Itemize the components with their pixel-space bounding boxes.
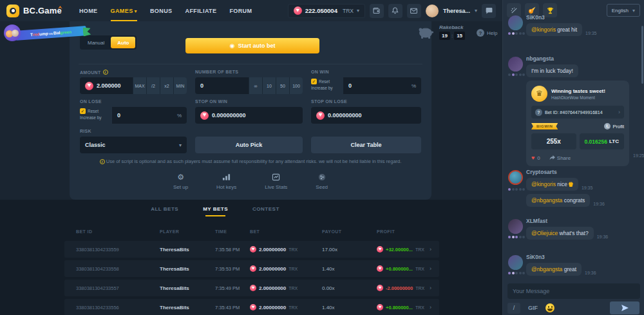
on-lose-reset-checkbox[interactable]: ✓ <box>80 108 86 114</box>
chat-bubble: I'm in luck Today! <box>526 64 578 77</box>
amount-half-button[interactable]: /2 <box>146 77 160 94</box>
chat-message-input[interactable] <box>507 283 640 299</box>
bigwin-badge: BIGWIN <box>531 123 558 129</box>
game-area: Manual Auto ◉ Start auto bet AMOUNTi 2.0… <box>0 21 502 200</box>
avatar[interactable] <box>508 170 523 185</box>
on-lose-field: ✓Reset Increase by 0 % <box>80 107 187 124</box>
table-row[interactable]: 3380381304233559 TheresaBits 7:35:58 PM … <box>64 241 439 258</box>
bets-10-button[interactable]: 10 <box>262 77 276 94</box>
chat-time: 19:25 <box>633 153 644 158</box>
start-auto-bet-button[interactable]: ◉ Start auto bet <box>185 38 319 53</box>
bell-icon <box>391 6 399 15</box>
info-icon: i <box>103 70 108 75</box>
table-row[interactable]: 3380381304233556 TheresaBits 7:35:43 PM … <box>64 299 439 315</box>
on-win-field: ✓Reset Increase by 0 % <box>311 77 421 94</box>
on-win-label: ON WIN <box>311 70 329 74</box>
bets-50-button[interactable]: 50 <box>276 77 289 94</box>
wallet-button[interactable] <box>370 4 384 18</box>
event-banner[interactable]: TredumpvsBidgreen <box>4 23 94 44</box>
nav-games[interactable]: GAMES▾ <box>111 8 137 14</box>
chat-bottom-bar: / GIF <box>507 301 639 314</box>
ltc-coin-icon: Ł <box>604 123 611 129</box>
main-area: BC.Game HOME GAMES▾ BONUS AFFILIATE FORU… <box>0 0 502 315</box>
amount-max-button[interactable]: MAX <box>133 77 146 94</box>
chat-username[interactable]: Cryptosarts <box>526 169 640 175</box>
win-card[interactable]: ♛ Winning tastes sweet! HashDiceWow Mome… <box>526 81 629 166</box>
risk-select[interactable]: Classic ▾ <box>80 137 187 153</box>
amount-input[interactable]: 2.000000 <box>80 77 133 94</box>
chat-time: 19:35 <box>585 31 597 36</box>
like-button[interactable]: ♥ <box>531 155 535 161</box>
row-chevron-icon[interactable]: › <box>430 304 431 310</box>
nav-bonus[interactable]: BONUS <box>150 8 173 14</box>
info-icon: i <box>100 159 105 164</box>
messages-button[interactable] <box>407 4 421 18</box>
stop-on-lose-field: 0.000000000 <box>311 107 421 124</box>
stop-on-lose-input[interactable]: 0.000000000 <box>311 107 421 124</box>
chat-username[interactable]: XLMfast <box>526 218 640 224</box>
chat-toggle-button[interactable] <box>482 4 496 18</box>
chevron-down-icon: ▾ <box>135 8 137 14</box>
row-chevron-icon[interactable]: › <box>430 265 431 272</box>
tool-bar: ⚙ Set up Hot keys Live Stats Seed <box>70 173 431 190</box>
live-stats-button[interactable]: Live Stats <box>265 173 287 190</box>
number-of-bets-input[interactable]: 0 <box>195 77 249 94</box>
stop-on-win-input[interactable]: 0.000000000 <box>195 107 303 124</box>
chat-scrollbar[interactable] <box>641 26 643 84</box>
tab-all-bets[interactable]: ALL BETS <box>151 206 178 216</box>
hot-keys-button[interactable]: Hot keys <box>216 173 236 190</box>
rakeback-widget[interactable]: Rakeback 19 : 15 <box>417 24 465 40</box>
auto-pick-button[interactable]: Auto Pick <box>195 137 303 153</box>
seed-button[interactable]: Seed <box>316 173 328 190</box>
notifications-button[interactable] <box>388 4 402 18</box>
clear-table-button[interactable]: Clear Table <box>311 137 421 153</box>
share-button[interactable]: Share <box>549 155 571 161</box>
on-win-input[interactable]: 0 % <box>343 77 421 94</box>
row-chevron-icon[interactable]: › <box>430 285 431 291</box>
on-win-reset-checkbox[interactable]: ✓ <box>311 79 317 84</box>
mail-icon <box>410 6 418 15</box>
nav-forum[interactable]: FORUM <box>229 8 252 14</box>
stop-on-win-field: 0.000000000 <box>195 107 303 124</box>
table-row[interactable]: 3380381304233557 TheresaBits 7:35:49 PM … <box>64 280 439 296</box>
chat-username[interactable]: nbgangsta <box>526 55 640 62</box>
chat-message: nbgangsta I'm in luck Today! ♛ Winning t… <box>508 55 640 166</box>
amount-min-button[interactable]: MIN <box>173 77 187 94</box>
user-name[interactable]: Theresa... <box>443 8 470 14</box>
help-button[interactable]: ? Help <box>477 29 497 37</box>
bets-infinity-button[interactable]: ∞ <box>249 77 262 94</box>
on-lose-input[interactable]: 0 % <box>112 107 187 124</box>
setup-button[interactable]: ⚙ Set up <box>173 173 188 190</box>
site-title[interactable]: BC.Game <box>23 6 62 15</box>
tab-my-bets[interactable]: MY BETS <box>203 206 228 216</box>
avatar[interactable] <box>508 219 523 234</box>
bc-logo-icon[interactable] <box>6 5 19 17</box>
nav-home[interactable]: HOME <box>79 8 98 14</box>
win-card-bet-id[interactable]: ? Bet ID: #4076447949916814 › <box>531 106 624 119</box>
row-chevron-icon[interactable]: › <box>430 246 431 253</box>
gif-button[interactable]: GIF <box>528 305 538 311</box>
chat-bubble: @kingoris nice <box>526 178 578 191</box>
avatar[interactable] <box>508 255 523 270</box>
send-button[interactable] <box>610 301 639 314</box>
chat-bubble: @nbgangsta great <box>526 263 582 276</box>
amount-double-button[interactable]: x2 <box>160 77 173 94</box>
on-lose-label: ON LOSE <box>80 99 102 104</box>
avatar[interactable] <box>508 15 523 30</box>
table-row[interactable]: 3380381304233558 TheresaBits 7:35:53 PM … <box>64 260 439 277</box>
gear-icon: ⚙ <box>177 173 184 182</box>
send-icon <box>621 305 629 311</box>
tab-contest[interactable]: CONTEST <box>252 206 279 216</box>
chevron-down-icon: ▾ <box>179 142 182 148</box>
balance-selector[interactable]: 222.050004 TRX ▾ <box>288 4 365 18</box>
chat-username[interactable]: SiK0n3 <box>526 14 640 21</box>
nav-affiliate[interactable]: AFFILIATE <box>185 8 216 14</box>
user-avatar[interactable] <box>426 5 439 17</box>
trx-coin-icon <box>377 246 383 253</box>
slash-command-button[interactable]: / <box>507 303 520 314</box>
avatar[interactable] <box>508 57 523 72</box>
auto-tab[interactable]: Auto <box>111 37 135 48</box>
bets-100-button[interactable]: 100 <box>289 77 303 94</box>
chat-username[interactable]: SiK0n3 <box>526 254 640 260</box>
emoji-smiley-icon[interactable] <box>545 303 554 312</box>
